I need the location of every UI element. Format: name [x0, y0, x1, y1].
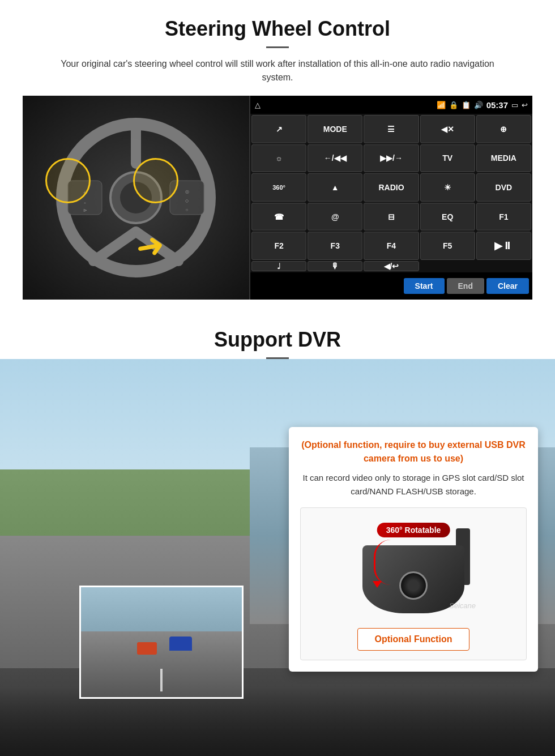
steering-divider — [266, 46, 289, 48]
steering-photo: + - ⊳ ◎ ◇ ○ ➜ — [23, 96, 249, 300]
radio-btn-f5[interactable]: F5 — [420, 232, 475, 260]
radio-btn-mute[interactable]: ◀✕ — [420, 115, 475, 143]
inset-road — [81, 631, 242, 697]
radio-ui-panel: △ 📶 🔒 📋 🔊 05:37 ▭ ↩ ↗ MODE ☰ ◀✕ ⊕ — [249, 96, 532, 300]
car-1 — [169, 637, 192, 651]
svg-text:○: ○ — [186, 207, 189, 212]
radio-btn-skip[interactable]: ◀/↩ — [364, 261, 419, 271]
camera-arc-arrow — [373, 581, 382, 588]
radio-btn-prev[interactable]: ←/◀◀ — [308, 144, 362, 173]
radio-btn-360[interactable]: 360° — [251, 173, 306, 202]
radio-btn-radio[interactable]: RADIO — [364, 173, 419, 202]
radio-btn-next[interactable]: ▶▶/→ — [364, 144, 419, 173]
inset-road-line — [160, 669, 163, 691]
highlight-circle-right — [133, 158, 178, 203]
dvr-inset-photo — [79, 586, 244, 699]
svg-text:-: - — [84, 199, 86, 206]
radio-btn-arrow[interactable]: ↗ — [251, 115, 306, 143]
radio-btn-mic[interactable]: 🎙 — [308, 261, 362, 271]
steering-section: Steering Wheel Control Your original car… — [0, 0, 555, 311]
dvr-photo-area: (Optional function, require to buy exter… — [0, 359, 555, 756]
svg-text:◇: ◇ — [185, 198, 189, 203]
radio-btn-mode[interactable]: MODE — [308, 115, 362, 143]
start-button[interactable]: Start — [404, 278, 445, 294]
steering-description: Your original car's steering wheel contr… — [45, 57, 510, 84]
svg-line-2 — [93, 232, 136, 261]
back-icon: ↩ — [522, 101, 528, 109]
radio-btn-apps[interactable]: ⊕ — [476, 115, 531, 143]
top-left-icons: △ — [255, 101, 261, 109]
radio-btn-internet[interactable]: @ — [308, 203, 362, 231]
radio-btn-f3[interactable]: F3 — [308, 232, 362, 260]
svg-text:◎: ◎ — [185, 189, 189, 194]
radio-btn-menu[interactable]: ☰ — [364, 115, 419, 143]
radio-btn-music[interactable]: ♩ — [251, 261, 306, 271]
radio-btn-eject[interactable]: ▲ — [308, 173, 362, 202]
highlight-circle-left — [45, 158, 91, 203]
clear-button[interactable]: Clear — [486, 278, 529, 294]
radio-bottom-bar: Start End Clear — [250, 272, 532, 300]
radio-btn-nav[interactable]: ⊟ — [364, 203, 419, 231]
dvr-info-box: (Optional function, require to buy exter… — [289, 427, 538, 672]
wifi-icon: 📶 — [437, 101, 446, 109]
radio-btn-f1[interactable]: F1 — [476, 203, 531, 231]
radio-btn-eq[interactable]: EQ — [420, 203, 475, 231]
camera-arc — [374, 540, 408, 585]
radio-btn-brightness[interactable]: ☼ — [251, 144, 306, 173]
radio-buttons-grid[interactable]: ↗ MODE ☰ ◀✕ ⊕ ☼ ←/◀◀ ▶▶/→ TV MEDIA 360° … — [250, 114, 532, 272]
dvr-section: Support DVR (Optional funct — [0, 311, 555, 756]
battery-icon: ▭ — [511, 101, 518, 109]
dvr-title: Support DVR — [0, 328, 555, 352]
radio-btn-tv[interactable]: TV — [420, 144, 475, 173]
optional-function-button[interactable]: Optional Function — [357, 628, 470, 651]
dvr-optional-text: (Optional function, require to buy exter… — [300, 438, 527, 465]
dvr-description: It can record video only to storage in G… — [300, 471, 527, 498]
svg-text:⊳: ⊳ — [83, 208, 87, 213]
radio-btn-playpause[interactable]: ▶⏸ — [476, 232, 531, 260]
car-2 — [137, 642, 157, 655]
home-icon: △ — [255, 101, 261, 109]
radio-btn-f4[interactable]: F4 — [364, 232, 419, 260]
radio-top-bar: △ 📶 🔒 📋 🔊 05:37 ▭ ↩ — [250, 96, 532, 114]
steering-title: Steering Wheel Control — [23, 17, 532, 41]
camera-illustration: 360° Rotatable Seicane — [340, 517, 487, 619]
sound-icon: 🔊 — [474, 101, 483, 109]
dvr-camera-box: 360° Rotatable Seicane Optional Function — [300, 507, 527, 660]
radio-btn-phone[interactable]: ☎ — [251, 203, 306, 231]
seicane-watermark: Seicane — [449, 601, 476, 610]
lock-icon: 🔒 — [449, 101, 458, 109]
steering-content-area: + - ⊳ ◎ ◇ ○ ➜ △ — [23, 96, 532, 300]
radio-time: 05:37 — [486, 100, 508, 110]
badge-360: 360° Rotatable — [377, 523, 450, 537]
radio-btn-media[interactable]: MEDIA — [476, 144, 531, 173]
radio-btn-dvd[interactable]: DVD — [476, 173, 531, 202]
radio-btn-display[interactable]: ☀ — [420, 173, 475, 202]
radio-btn-f2[interactable]: F2 — [251, 232, 306, 260]
end-button[interactable]: End — [447, 278, 484, 294]
sim-icon: 📋 — [462, 101, 471, 109]
top-right-icons: 📶 🔒 📋 🔊 05:37 ▭ ↩ — [437, 100, 528, 110]
